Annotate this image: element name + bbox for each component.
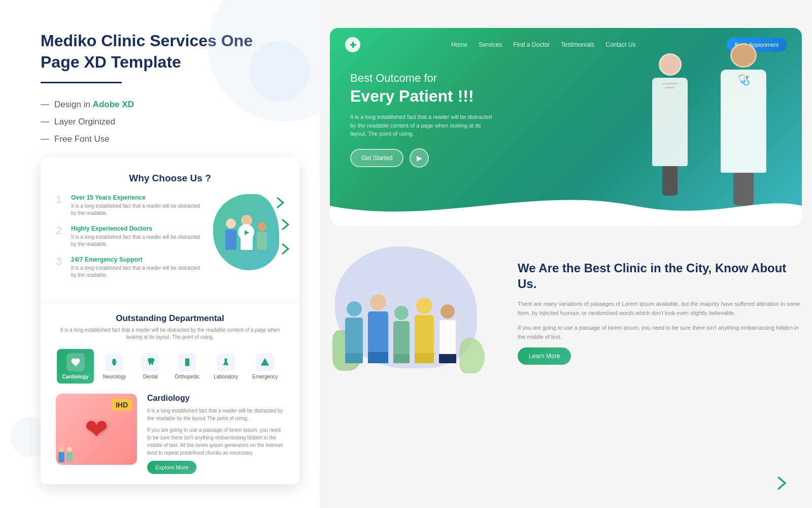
about-illustration bbox=[330, 241, 502, 384]
bg-decoration-1 bbox=[249, 41, 310, 102]
hero-title: Every Patient !!! bbox=[350, 87, 782, 106]
hero-subtitle: Best Outcome for bbox=[350, 72, 782, 85]
feature-text-3: Free Font Use bbox=[54, 134, 110, 144]
hero-description: It is a long established fact that a rea… bbox=[350, 113, 492, 138]
why-item-1: 1 Over 15 Years Experience It is a long … bbox=[56, 194, 203, 217]
why-choose-title: Why Choose Us ? bbox=[56, 173, 284, 184]
orthopedic-icon bbox=[178, 353, 196, 371]
why-image-container bbox=[213, 194, 284, 275]
neurology-icon bbox=[105, 353, 123, 371]
hero-play-button[interactable]: ▶ bbox=[410, 148, 429, 168]
tab-neurology-label: Neurology bbox=[103, 374, 126, 379]
tab-laboratory[interactable]: Laboratory bbox=[209, 349, 243, 384]
page-title: Mediko Clinic Services One Page XD Templ… bbox=[41, 30, 279, 73]
about-text: We Are the Best Clinic in the City, Know… bbox=[518, 260, 802, 365]
highlight-adobe-xd: Adobe XD bbox=[93, 100, 134, 109]
emergency-icon bbox=[256, 353, 274, 371]
dash-icon-2: — bbox=[41, 117, 49, 127]
cardiology-desc-1: It is a long established fact that a rea… bbox=[147, 407, 284, 422]
why-choose-content: 1 Over 15 Years Experience It is a long … bbox=[56, 194, 284, 287]
feature-item-1: — Design in Adobe XD bbox=[41, 100, 279, 110]
hero-section: ✚ Home Services Find a Doctor Testimonia… bbox=[330, 28, 802, 226]
departments-tabs: Cardiology Neurology Dental bbox=[56, 349, 284, 384]
why-num-3: 3 bbox=[56, 256, 66, 279]
tab-dental[interactable]: Dental bbox=[135, 349, 165, 384]
departments-subtitle: It is a long established fact that a rea… bbox=[56, 327, 284, 341]
tab-orthopedic[interactable]: Orthopedic bbox=[170, 349, 205, 384]
why-item-2-title: Highly Experienced Doctors bbox=[71, 225, 203, 232]
why-num-1: 1 bbox=[56, 194, 66, 217]
feature-item-3: — Free Font Use bbox=[41, 134, 279, 144]
staff-group bbox=[345, 294, 456, 363]
why-choose-section: Why Choose Us ? 1 Over 15 Years Experien… bbox=[41, 157, 299, 297]
inner-mockup-card: Why Choose Us ? 1 Over 15 Years Experien… bbox=[41, 157, 299, 484]
learn-more-button[interactable]: Learn More bbox=[518, 347, 571, 365]
why-item-1-text: Over 15 Years Experience It is a long es… bbox=[71, 194, 203, 217]
get-started-button[interactable]: Get Started bbox=[350, 149, 403, 167]
why-image-blob bbox=[213, 194, 279, 270]
why-item-3: 3 24/7 Emergency Support It is a long es… bbox=[56, 256, 203, 279]
svg-rect-2 bbox=[186, 362, 188, 363]
why-item-2-text: Highly Experienced Doctors It is a long … bbox=[71, 225, 203, 248]
about-title: We Are the Best Clinic in the City, Know… bbox=[518, 260, 802, 292]
dash-icon: — bbox=[41, 100, 49, 110]
feature-list: — Design in Adobe XD — Layer Orginized —… bbox=[41, 100, 279, 144]
why-item-2-desc: It is a long established fact that a rea… bbox=[71, 234, 203, 248]
why-item-1-desc: It is a long established fact that a rea… bbox=[71, 203, 203, 217]
dental-icon bbox=[141, 353, 159, 371]
title-underline bbox=[41, 82, 122, 83]
cardiology-text: Cardiology It is a long established fact… bbox=[147, 394, 284, 474]
feature-text-1: Design in Adobe XD bbox=[54, 100, 134, 110]
ihd-badge: IHD bbox=[112, 399, 132, 411]
departments-section: Outstanding Departmental It is a long es… bbox=[41, 303, 299, 394]
why-list: 1 Over 15 Years Experience It is a long … bbox=[56, 194, 203, 287]
why-item-3-title: 24/7 Emergency Support bbox=[71, 256, 203, 263]
why-num-2: 2 bbox=[56, 225, 66, 248]
about-section: We Are the Best Clinic in the City, Know… bbox=[330, 241, 802, 384]
bottom-arc bbox=[710, 457, 812, 508]
cardiology-icon bbox=[66, 353, 85, 371]
tab-orthopedic-label: Orthopedic bbox=[175, 374, 199, 379]
svg-rect-4 bbox=[264, 364, 265, 365]
logo-icon: ✚ bbox=[345, 37, 360, 52]
laboratory-icon bbox=[217, 353, 235, 371]
departments-title: Outstanding Departmental bbox=[56, 313, 284, 324]
about-desc-2: If you are going to use a passage of lor… bbox=[518, 324, 802, 341]
feature-item-2: — Layer Orginized bbox=[41, 117, 279, 127]
small-figures bbox=[58, 447, 73, 462]
nav-services[interactable]: Services bbox=[479, 41, 502, 48]
hero-buttons: Get Started ▶ bbox=[350, 148, 782, 168]
explore-more-button[interactable]: Explore More bbox=[147, 461, 196, 474]
heart-icon: ❤ bbox=[85, 413, 108, 446]
tab-laboratory-label: Laboratory bbox=[214, 374, 238, 379]
chevron-top-why bbox=[276, 197, 284, 211]
tab-cardiology[interactable]: Cardiology bbox=[57, 349, 93, 384]
nav-home[interactable]: Home bbox=[451, 41, 467, 48]
why-item-3-desc: It is a long established fact that a rea… bbox=[71, 265, 203, 279]
cardiology-image-inner: ❤ IHD bbox=[56, 394, 137, 465]
why-item-3-text: 24/7 Emergency Support It is a long esta… bbox=[71, 256, 203, 279]
tab-dental-label: Dental bbox=[143, 374, 158, 379]
svg-rect-3 bbox=[264, 361, 265, 363]
dash-icon-3: — bbox=[41, 134, 49, 144]
svg-rect-1 bbox=[186, 360, 188, 361]
cardiology-section-title: Cardiology bbox=[147, 394, 284, 403]
tab-emergency-label: Emergency bbox=[252, 374, 278, 379]
tab-emergency[interactable]: Emergency bbox=[247, 349, 283, 384]
cardiology-desc-2: If you are going to use a passage of lor… bbox=[147, 426, 284, 457]
about-desc-1: There are many variations of passages of… bbox=[518, 300, 802, 318]
chevron-right-why-2 bbox=[281, 243, 289, 257]
cardiology-image: ❤ IHD bbox=[56, 394, 137, 465]
cardiology-content: ❤ IHD bbox=[41, 394, 299, 484]
nav-find-doctor[interactable]: Find a Doctor bbox=[513, 41, 550, 48]
section-divider bbox=[41, 297, 299, 303]
why-item-2: 2 Highly Experienced Doctors It is a lon… bbox=[56, 225, 203, 248]
tab-neurology[interactable]: Neurology bbox=[98, 349, 131, 384]
feature-text-2: Layer Orginized bbox=[54, 117, 115, 127]
tab-cardiology-label: Cardiology bbox=[62, 374, 88, 379]
play-button-why[interactable] bbox=[238, 224, 254, 240]
hero-content: Best Outcome for Every Patient !!! It is… bbox=[330, 61, 802, 178]
hero-wave bbox=[330, 185, 802, 226]
why-item-1-title: Over 15 Years Experience bbox=[71, 194, 203, 201]
nav-logo: ✚ bbox=[345, 37, 360, 52]
